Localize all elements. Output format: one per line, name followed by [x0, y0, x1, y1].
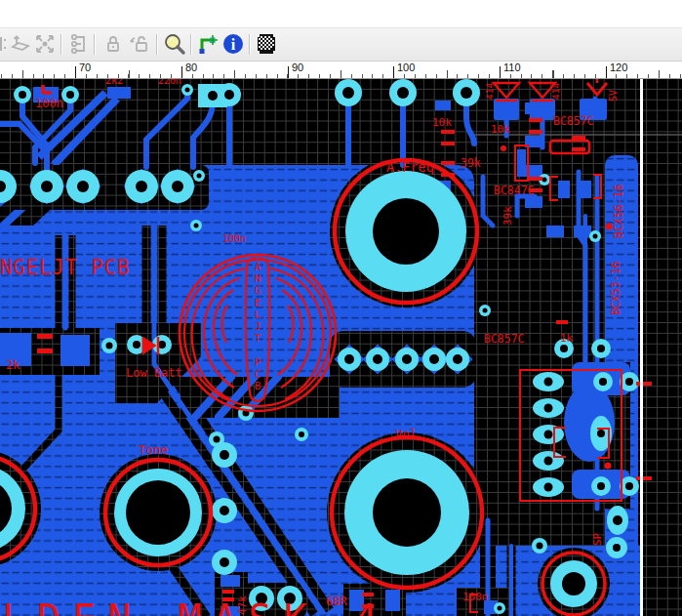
clipped-icon[interactable] [0, 32, 7, 56]
label-100n-bottom: 100n [462, 591, 489, 603]
label-2k: 2k [6, 358, 20, 372]
horizontal-ruler: 70 80 90 100 110 120 [0, 62, 682, 79]
label-bcx56: BCX56-16 [612, 185, 625, 238]
ruler-number: 110 [503, 62, 521, 73]
lock-button[interactable] [101, 32, 125, 56]
label-1k: 1k [560, 332, 574, 345]
label-afreq: A.Freq [386, 159, 434, 175]
ruler-number: 100 [397, 62, 415, 73]
label-2k2: 2k2 [105, 79, 123, 86]
knob-tone [105, 460, 211, 565]
pcb-editor-window: { "window": {"app_type": "pcb-layout-edi… [0, 0, 682, 616]
label-low-batt: Low Batt [126, 366, 182, 380]
label-47k: 47k [236, 595, 249, 615]
grid-dots-button[interactable] [255, 32, 278, 56]
label-39k-v: 39k [501, 206, 514, 226]
label-5v: 5V [608, 90, 619, 102]
unlock-button[interactable] [129, 32, 152, 56]
label-414-a: 414 [484, 83, 495, 100]
title-strip [0, 0, 682, 28]
label-vol: Vol [395, 427, 418, 441]
snap-route-button[interactable] [196, 32, 220, 56]
label-39k-a: 39k [461, 156, 481, 170]
toolbar: i [0, 28, 682, 62]
board-edge-line [640, 79, 643, 616]
label-bcx53: BCX53-16 [609, 262, 622, 315]
label-bc857c-mid: BC857C [484, 332, 525, 346]
label-220n: 220n [158, 79, 181, 86]
label-logo-text: ANGELJT PCB [255, 261, 261, 392]
info-button[interactable]: i [221, 32, 245, 56]
svg-text:i: i [231, 36, 236, 53]
zoom-button[interactable] [163, 32, 186, 56]
label-10k-b: 10k [491, 123, 510, 136]
label-100n-mid: 100n [222, 233, 246, 244]
move-selection-button[interactable] [9, 32, 32, 56]
label-414-b: 414 [550, 83, 561, 100]
label-10k-a: 10k [432, 116, 452, 129]
ruler-number: 120 [610, 62, 627, 73]
label-68r: 68R [326, 595, 347, 608]
knob-afreq [335, 160, 477, 303]
label-bc847c: BC847C [494, 184, 535, 197]
align-converge-button[interactable] [33, 32, 57, 56]
ruler-number: 80 [185, 62, 197, 73]
ruler-number: 90 [292, 62, 303, 73]
ruler-number: 70 [79, 62, 91, 73]
pcb-canvas[interactable]: NGELJT PCB LDEN MASK 4 ANGELJT PCB A.Fre… [0, 79, 682, 616]
label-tone: Tone [139, 442, 168, 457]
label-bc857c-top: BC857C [553, 114, 594, 128]
knob-bottom-right [542, 553, 605, 615]
knob-vol [332, 437, 482, 588]
connections-button[interactable] [67, 32, 91, 56]
pcb-canvas-area: NGELJT PCB LDEN MASK 4 ANGELJT PCB A.Fre… [0, 79, 682, 616]
label-100n-top: 100n [35, 97, 63, 110]
label-board-title: NGELJT PCB [0, 256, 130, 279]
label-sp: SP [591, 532, 604, 546]
